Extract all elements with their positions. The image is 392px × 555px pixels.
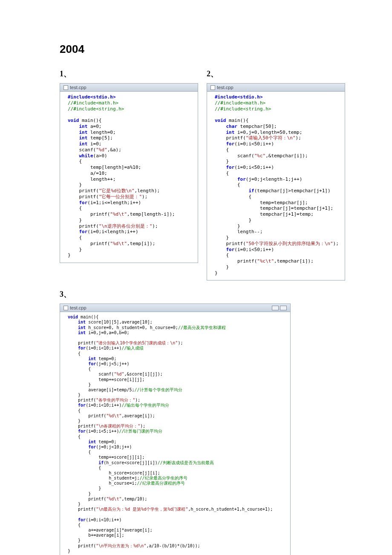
code-titlebar-1: test.cpp xyxy=(60,84,198,92)
code-line: //纪录最高分课程的序号 xyxy=(137,481,185,486)
code-line: int xyxy=(68,124,87,129)
code-line: printf( xyxy=(68,241,110,246)
code-line: (i=0;i<10;i++) xyxy=(86,517,121,522)
code-line: "请输入50个字符：\n" xyxy=(246,135,296,141)
code-line: int xyxy=(215,130,234,135)
code-line: "\n逆序的各位分别是：" xyxy=(99,223,153,229)
code-line: ); xyxy=(135,398,140,402)
code-line: } xyxy=(68,382,91,387)
code-line: "\n平均分方差为：%d\n" xyxy=(96,543,146,548)
document-page: 2004 1、 test.cpp #include<stdio.h> //#in… xyxy=(0,0,392,555)
code-line: if xyxy=(68,460,104,465)
code-line: int xyxy=(68,130,87,135)
code-line: scanf( xyxy=(68,147,96,153)
code-line: "请分别输入10个学生的5门课的成绩：\n" xyxy=(96,341,178,345)
code-line: } xyxy=(215,217,251,223)
code-line: for xyxy=(215,165,234,170)
code-line: for xyxy=(68,200,87,205)
code-line: } xyxy=(68,491,91,496)
code-line: scanf( xyxy=(68,372,114,376)
code-line: (j=0;j<5;j++) xyxy=(96,361,129,366)
code-line: (tempchar[j]>tempchar[j+1]) xyxy=(254,188,331,194)
code-line: printf( xyxy=(68,413,106,418)
code-body-1: #include<stdio.h> //#include<math.h> //#… xyxy=(60,92,198,263)
code-line: (j=0;j<length-1;j++) xyxy=(246,176,302,182)
code-line: "50个字符按从小到大的排序结果为：\n" xyxy=(246,241,333,246)
code-line: temp+=score[i][j]; xyxy=(68,377,145,382)
code-line: } xyxy=(68,247,82,252)
code-line: } xyxy=(68,502,81,506)
code-line: { xyxy=(215,147,229,153)
code-line: score[10][5],average[10]; xyxy=(86,320,153,324)
code-line: "%c\t" xyxy=(257,258,274,264)
code-line: } xyxy=(68,538,81,543)
code-line: printf( xyxy=(68,341,96,345)
code-line: ,temp/10); xyxy=(121,497,147,501)
code-line: { xyxy=(68,434,81,439)
code-line: a+=average[i]*average[i]; xyxy=(68,528,153,532)
code-line: //#include<math.h> xyxy=(215,100,265,106)
file-icon xyxy=(210,85,215,90)
code-titlebar-2: test.cpp xyxy=(207,84,345,92)
code-line: for xyxy=(215,247,234,252)
code-line: } xyxy=(215,223,240,229)
code-line: int xyxy=(68,135,87,141)
code-line: printf( xyxy=(68,188,99,194)
code-line: void xyxy=(68,118,79,123)
code-line: printf( xyxy=(68,398,96,402)
code-line: while xyxy=(68,153,93,159)
code-line: a/=10; xyxy=(68,171,107,176)
code-line: h_student=j; xyxy=(68,476,140,480)
code-line: for xyxy=(215,176,246,182)
code-line: ,average[i]); xyxy=(121,413,155,418)
code-line: length++; xyxy=(68,176,116,182)
code-line: scanf( xyxy=(215,153,254,159)
code-line: int xyxy=(68,330,86,335)
code-line: tempchar[50]; xyxy=(237,124,277,129)
code-line: printf( xyxy=(215,135,246,141)
code-line: //#include<math.h> xyxy=(68,100,118,106)
code-line: //#include<string.h> xyxy=(68,106,124,112)
window-buttons xyxy=(272,306,287,310)
code-line: printf( xyxy=(68,543,96,548)
code-line: main(){ xyxy=(78,315,98,319)
code-line: } xyxy=(68,217,82,223)
code-line: (j=0;j<10;j++) xyxy=(96,445,132,449)
code-line: //输入成绩 xyxy=(121,346,144,350)
file-icon xyxy=(63,306,68,310)
code-line: void xyxy=(215,118,226,123)
code-line: { xyxy=(68,523,81,527)
code-line: for xyxy=(68,346,86,350)
code-line: (i=0;i<50;i++) xyxy=(234,141,274,147)
code-line: ,&score[i][j]); xyxy=(124,372,162,376)
label-2: 2、 xyxy=(207,69,345,79)
code-line: { xyxy=(68,450,91,454)
code-line: temp[length]=a%10; xyxy=(68,165,141,170)
code-line: i=0; xyxy=(87,141,101,147)
code-line: //最高分及其学生和课程 xyxy=(178,325,226,330)
code-line: //计算每个学生的平均分 xyxy=(135,387,182,392)
code-line: "%d\t" xyxy=(106,413,121,418)
code-line: temp=0; xyxy=(96,439,116,444)
code-line: //#include<string.h> xyxy=(215,106,271,112)
code-line: { xyxy=(68,465,101,470)
code-line: { xyxy=(68,367,91,371)
code-line: printf( xyxy=(68,194,99,199)
code-line: printf( xyxy=(215,241,246,246)
code-line: ); xyxy=(140,424,145,428)
code-line: } xyxy=(68,252,71,258)
code-line: (a>0) xyxy=(93,153,107,159)
code-line: int xyxy=(68,320,86,324)
code-line: { xyxy=(215,194,251,199)
code-line: main(){ xyxy=(226,118,249,123)
code-line: "%d" xyxy=(96,147,107,153)
code-line: ); xyxy=(333,241,339,246)
code-line: (i=1;i<=length;i++) xyxy=(87,200,141,205)
code-line: length--; xyxy=(215,229,263,234)
code-line: #include<stdio.h> xyxy=(68,94,116,100)
code-line: "它每一位分别是：" xyxy=(99,194,142,199)
code-line: //判断该成绩是否为当前最高 xyxy=(158,460,214,465)
code-line: a=0; xyxy=(87,124,101,129)
code-line: "%d\t" xyxy=(106,497,121,501)
code-line: } xyxy=(215,159,229,164)
